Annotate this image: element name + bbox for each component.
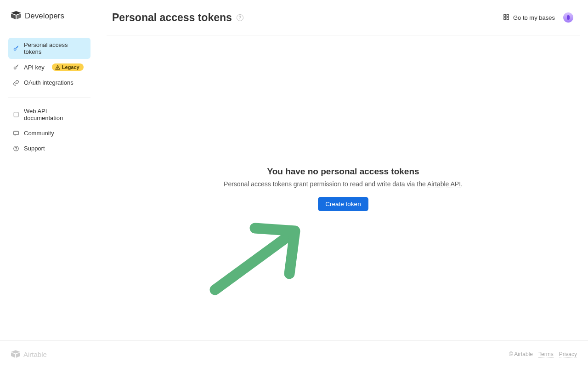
- svg-marker-0: [11, 11, 21, 15]
- sidebar-item-oauth-integrations[interactable]: OAuth integrations: [8, 75, 90, 90]
- empty-state-description: Personal access tokens grant permission …: [107, 180, 580, 188]
- svg-rect-8: [14, 131, 19, 135]
- sidebar-item-label: Community: [24, 130, 54, 137]
- link-icon: [13, 80, 19, 86]
- sidebar-item-label: OAuth integrations: [24, 79, 74, 86]
- avatar[interactable]: [563, 12, 573, 23]
- sidebar-item-personal-access-tokens[interactable]: Personal access tokens: [8, 38, 90, 59]
- legacy-badge-text: Legacy: [62, 64, 79, 70]
- sidebar-item-label: API key: [24, 64, 45, 71]
- svg-point-10: [16, 150, 17, 150]
- footer-copyright: © Airtable: [509, 351, 533, 358]
- main-area: Personal access tokens ? Go to my bases: [107, 0, 580, 35]
- footer-brand-text: Airtable: [23, 351, 47, 358]
- help-circle-icon[interactable]: ?: [237, 14, 243, 21]
- page-header: Personal access tokens ? Go to my bases: [107, 0, 580, 35]
- airtable-logo-icon: [11, 350, 20, 359]
- footer-brand[interactable]: Airtable: [11, 350, 47, 359]
- svg-marker-1: [11, 14, 16, 20]
- svg-point-3: [14, 48, 16, 50]
- brand[interactable]: Developers: [8, 11, 90, 31]
- svg-marker-16: [11, 350, 20, 353]
- sidebar-item-api-key[interactable]: API key Legacy: [8, 60, 90, 75]
- empty-state-heading: You have no personal access tokens: [107, 167, 580, 177]
- svg-rect-12: [507, 14, 509, 16]
- key-icon: [13, 64, 19, 70]
- svg-marker-18: [16, 352, 20, 357]
- page-title: Personal access tokens: [112, 12, 232, 24]
- svg-marker-17: [11, 352, 15, 357]
- footer-privacy-link[interactable]: Privacy: [559, 351, 577, 358]
- create-token-button[interactable]: Create token: [318, 197, 368, 211]
- svg-line-15: [215, 234, 292, 290]
- svg-rect-14: [507, 17, 509, 19]
- key-icon: [13, 45, 19, 52]
- svg-point-4: [14, 67, 16, 69]
- footer-terms-link[interactable]: Terms: [538, 351, 554, 358]
- sidebar-item-label: Personal access tokens: [24, 41, 86, 55]
- annotation-arrow-icon: [207, 221, 303, 298]
- go-to-my-bases-label: Go to my bases: [513, 14, 555, 21]
- sidebar: Developers Personal access tokens API ke…: [0, 0, 99, 340]
- footer: Airtable © Airtable Terms Privacy: [0, 340, 588, 368]
- svg-rect-11: [504, 14, 506, 16]
- svg-rect-13: [504, 17, 506, 19]
- help-circle-icon: [13, 145, 19, 152]
- sidebar-item-community[interactable]: Community: [8, 126, 90, 140]
- sidebar-item-label: Support: [24, 145, 45, 152]
- sidebar-item-web-api-documentation[interactable]: Web API documentation: [8, 104, 90, 125]
- sidebar-group-tokens: Personal access tokens API key Legacy: [8, 31, 90, 98]
- svg-rect-7: [14, 112, 18, 117]
- sidebar-item-support[interactable]: Support: [8, 141, 90, 155]
- svg-marker-2: [17, 14, 21, 20]
- legacy-badge: Legacy: [52, 63, 84, 71]
- go-to-my-bases-link[interactable]: Go to my bases: [503, 14, 555, 22]
- brand-text: Developers: [25, 12, 64, 21]
- airtable-logo-icon: [11, 11, 21, 21]
- book-icon: [13, 111, 19, 118]
- empty-state: You have no personal access tokens Perso…: [107, 167, 580, 211]
- sidebar-item-label: Web API documentation: [24, 108, 86, 121]
- airtable-api-link[interactable]: Airtable API: [427, 180, 461, 188]
- chat-icon: [13, 130, 19, 137]
- grid-icon: [503, 14, 509, 22]
- sidebar-group-resources: Web API documentation Community Support: [8, 98, 90, 163]
